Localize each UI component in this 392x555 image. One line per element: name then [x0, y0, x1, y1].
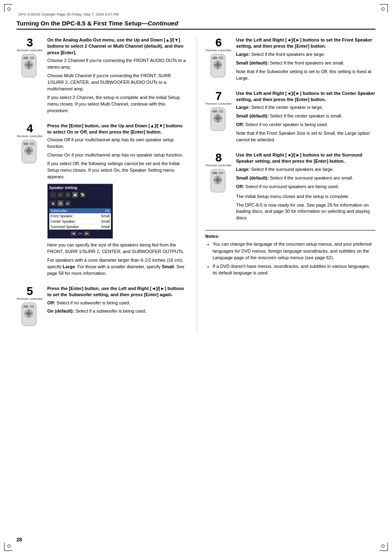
ss-row-surround: Surround Speaker Small	[49, 224, 111, 230]
svg-point-2	[27, 63, 31, 67]
svg-rect-48	[219, 110, 223, 113]
note-item-1: You can change the language of the onscr…	[213, 241, 376, 261]
step-8-off: Off: Select if no surround speakers are …	[236, 184, 376, 190]
step-3-content: On the Analog Audio Out menu, use the Up…	[47, 37, 187, 116]
step-4-number-block: 4 Remote controller	[16, 123, 43, 279]
speaker-setting-screenshot: Speaker Setting ♪ ≡ ⚙ ▣ 📡 ◼ ⊞ 🔊	[47, 184, 113, 239]
svg-text:ENTER: ENTER	[212, 111, 218, 113]
page: DPC-8.5DVD Changer Page 28 Friday, May 7…	[0, 0, 392, 555]
ss-title: Speaker Setting	[49, 186, 111, 190]
step-8-title: Use the Left and Right [◄]/[►] buttons t…	[236, 152, 376, 165]
step-4-content: Press the [Enter] button, use the Up and…	[47, 123, 187, 279]
step-3-title: On the Analog Audio Out menu, use the Up…	[47, 37, 187, 56]
step-8-content: Use the Left and Right [◄]/[►] buttons t…	[236, 152, 376, 223]
step-7-remote-label: Remote controller	[205, 102, 231, 106]
ss-bottom-label: On	[78, 232, 83, 235]
page-number: 28	[16, 537, 22, 543]
step-3-remote-label: Remote controller	[17, 48, 43, 52]
step-7-off: Off: Select if no center speaker is bein…	[236, 122, 376, 128]
step-4-body1: Choose Off if your multichannel amp has …	[47, 137, 187, 150]
step-3-body1: Choose 2 Channel if you're connecting th…	[47, 58, 187, 71]
step-7-content: Use the Left and Right [◄]/[►] buttons t…	[236, 90, 376, 145]
step-5-on-label: On (default):	[47, 309, 74, 313]
step-5: 5 Remote controller	[16, 286, 187, 327]
step-6-remote-label: Remote controller	[205, 48, 231, 52]
ss-icon-6: ◼	[50, 200, 56, 206]
notes-title: Notes:	[205, 234, 376, 239]
ss-icon-4: ▣	[72, 192, 78, 198]
svg-text:ENTER: ENTER	[23, 143, 29, 145]
corner-dot-tr	[381, 7, 385, 11]
ss-nav-right: ►	[84, 231, 90, 236]
step-7-small: Small (default): Select if the center sp…	[236, 113, 376, 120]
svg-point-32	[216, 63, 220, 67]
svg-rect-38	[219, 57, 223, 59]
svg-rect-28	[30, 305, 34, 308]
step-5-on: On (default): Select if a subwoofer is b…	[47, 308, 187, 315]
title-main: Turning On the DPC-8.5 & First Time Setu…	[16, 20, 141, 27]
step-6-number-block: 6 Remote controller	[205, 37, 232, 84]
ss-row-center: Center Speaker Small	[49, 219, 111, 224]
corner-dot-tl	[7, 7, 11, 11]
step-5-title: Press the [Enter] button, use the Left a…	[47, 286, 187, 298]
step-8-small: Small (default): Select if the surround …	[236, 175, 376, 182]
step-6: 6 Remote controller	[205, 37, 376, 84]
step-5-off-label: Off:	[47, 300, 55, 305]
note-item-2: If a DVD doesn't have menus, soundtracks…	[213, 263, 376, 276]
notes-list: You can change the language of the onscr…	[205, 241, 376, 276]
svg-point-22	[27, 311, 31, 315]
page-title: Turning On the DPC-8.5 & First Time Setu…	[16, 20, 376, 30]
step-4-title: Press the [Enter] button, use the Up and…	[47, 123, 187, 136]
step-7-large: Large: Select if the center speaker is l…	[236, 104, 376, 111]
ss-icon-8: 🔊	[65, 200, 71, 206]
step-4: 4 Remote controller	[16, 123, 187, 279]
ss-icon-3: ⚙	[65, 192, 71, 198]
step-3-body3: If you select 2 Channel, the setup is co…	[47, 94, 187, 114]
step-7-note: Note that if the Front Speaker Size is s…	[236, 130, 376, 143]
svg-rect-58	[219, 172, 223, 174]
step-3-number-block: 3 Remote controller	[16, 37, 43, 116]
step-4-body4: Here you can specify the size of the spe…	[47, 242, 187, 255]
step-8-remote-label: Remote controller	[205, 164, 231, 167]
file-info: DPC-8.5DVD Changer Page 28 Friday, May 7…	[16, 12, 376, 16]
ss-icon-5: 📡	[80, 192, 85, 198]
step-6-number: 6	[215, 37, 222, 48]
step-7: 7 Remote controller	[205, 90, 376, 145]
step-3: 3 Remote controller	[16, 37, 187, 116]
ss-icons-row2: ◼ ⊞ 🔊	[49, 200, 111, 207]
step-8: 8 Remote controller	[205, 152, 376, 223]
step-6-remote: ENTER	[208, 53, 230, 78]
step-5-off-text: Select if no subwoofer is being used.	[57, 300, 130, 305]
ss-nav-left: ◄	[71, 231, 76, 236]
svg-text:ENTER: ENTER	[23, 57, 29, 59]
step-3-remote: ENTER	[18, 53, 41, 78]
step-6-large: Large: Select if the front speakers are …	[236, 51, 376, 58]
step-8-large: Large: Select if the surround speakers a…	[236, 166, 376, 173]
svg-point-52	[216, 178, 220, 182]
step-4-number: 4	[27, 123, 33, 134]
col-left: 3 Remote controller	[16, 37, 187, 333]
ss-row-front: Front Speaker Small	[49, 214, 111, 219]
step-5-number-block: 5 Remote controller	[16, 286, 43, 327]
ss-icon-1: ♪	[50, 192, 56, 198]
svg-point-12	[27, 149, 31, 153]
step-7-number: 7	[215, 90, 222, 102]
notes-section: Notes: You can change the language of th…	[205, 230, 376, 276]
corner-dot-bl	[7, 544, 11, 548]
step-5-number: 5	[27, 286, 33, 297]
step-5-on-text: Select if a subwoofer is being used.	[75, 309, 146, 313]
step-4-body5: For speakers with a cone diameter larger…	[47, 257, 187, 277]
svg-point-42	[216, 116, 220, 120]
title-continued: —Continued	[141, 20, 178, 27]
ss-row-subwoofer: Subwoofer On	[49, 208, 111, 214]
step-8-number: 8	[215, 152, 222, 164]
step-5-off: Off: Select if no subwoofer is being use…	[47, 300, 187, 306]
step-6-content: Use the Left and Right [◄]/[►] buttons t…	[236, 37, 376, 84]
svg-text:ENTER: ENTER	[23, 306, 29, 308]
step-8-remote: ENTER	[208, 168, 230, 193]
step-7-number-block: 7 Remote controller	[205, 90, 232, 145]
step-8-number-block: 8 Remote controller	[205, 152, 232, 223]
step-5-content: Press the [Enter] button, use the Left a…	[47, 286, 187, 327]
step-4-body3: If you select Off, the following setting…	[47, 161, 187, 180]
ss-icons-row: ♪ ≡ ⚙ ▣ 📡	[49, 191, 111, 198]
